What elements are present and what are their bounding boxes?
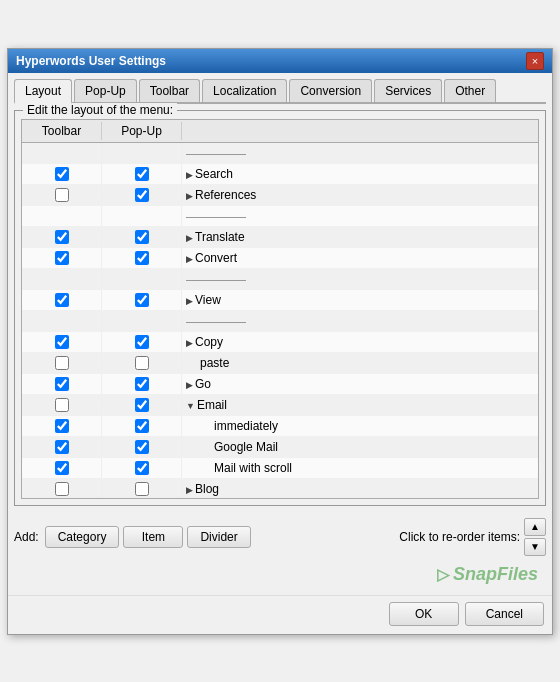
- tab-popup[interactable]: Pop-Up: [74, 79, 137, 102]
- col-header-toolbar: Toolbar: [22, 122, 102, 140]
- tab-toolbar[interactable]: Toolbar: [139, 79, 200, 102]
- popup-checkbox[interactable]: [135, 356, 149, 370]
- table-row: [22, 269, 538, 290]
- window-title: Hyperwords User Settings: [16, 54, 166, 68]
- item-label: [182, 317, 538, 325]
- tab-layout[interactable]: Layout: [14, 79, 72, 104]
- add-divider-button[interactable]: Divider: [187, 526, 250, 548]
- group-label: Edit the layout of the menu:: [23, 103, 177, 117]
- toolbar-checkbox[interactable]: [55, 461, 69, 475]
- item-label: Google Mail: [182, 438, 538, 456]
- item-label: ▶Copy: [182, 333, 538, 351]
- popup-checkbox[interactable]: [135, 335, 149, 349]
- item-label: ▶References: [182, 186, 538, 204]
- toolbar-checkbox[interactable]: [55, 419, 69, 433]
- item-label: ▶Go: [182, 375, 538, 393]
- toolbar-cell: [22, 290, 102, 310]
- arrow-down-icon: ▼: [186, 401, 195, 411]
- toolbar-checkbox[interactable]: [55, 356, 69, 370]
- toolbar-cell: [22, 164, 102, 184]
- toolbar-cell: [22, 185, 102, 205]
- table-row: paste: [22, 353, 538, 374]
- reorder-down-button[interactable]: ▼: [524, 538, 546, 556]
- popup-checkbox[interactable]: [135, 167, 149, 181]
- toolbar-cell: [22, 353, 102, 373]
- toolbar-checkbox[interactable]: [55, 482, 69, 496]
- popup-cell: [102, 164, 182, 184]
- toolbar-checkbox[interactable]: [55, 398, 69, 412]
- table-row: [22, 311, 538, 332]
- popup-cell: [102, 374, 182, 394]
- popup-checkbox[interactable]: [135, 461, 149, 475]
- popup-cell: [102, 311, 182, 331]
- arrow-right-icon: ▶: [186, 338, 193, 348]
- col-header-popup: Pop-Up: [102, 122, 182, 140]
- item-text: Google Mail: [214, 440, 278, 454]
- popup-checkbox[interactable]: [135, 188, 149, 202]
- item-text: Copy: [195, 335, 223, 349]
- toolbar-checkbox[interactable]: [55, 440, 69, 454]
- arrow-right-icon: ▶: [186, 254, 193, 264]
- snapfiles-icon: ▷: [437, 566, 449, 583]
- item-label: ▶Translate: [182, 228, 538, 246]
- popup-checkbox[interactable]: [135, 419, 149, 433]
- close-button[interactable]: ×: [526, 52, 544, 70]
- table-row: ▶Search: [22, 164, 538, 185]
- snapfiles-logo: ▷ SnapFiles: [14, 560, 546, 589]
- popup-checkbox[interactable]: [135, 482, 149, 496]
- reorder-section: Click to re-order items: ▲ ▼: [399, 518, 546, 556]
- reorder-up-button[interactable]: ▲: [524, 518, 546, 536]
- item-label: ▶Convert: [182, 249, 538, 267]
- item-label: [182, 149, 538, 157]
- tab-other[interactable]: Other: [444, 79, 496, 102]
- item-text: Mail with scroll: [214, 461, 292, 475]
- cancel-button[interactable]: Cancel: [465, 602, 544, 626]
- tab-localization[interactable]: Localization: [202, 79, 287, 102]
- table-row: [22, 206, 538, 227]
- popup-cell: [102, 332, 182, 352]
- window-body: Layout Pop-Up Toolbar Localization Conve…: [8, 73, 552, 595]
- toolbar-checkbox[interactable]: [55, 188, 69, 202]
- toolbar-checkbox[interactable]: [55, 167, 69, 181]
- item-text: paste: [200, 356, 229, 370]
- arrow-right-icon: ▶: [186, 191, 193, 201]
- add-item-button[interactable]: Item: [123, 526, 183, 548]
- table-row: ▶Convert: [22, 248, 538, 269]
- toolbar-checkbox[interactable]: [55, 335, 69, 349]
- table-row: ▶Blog: [22, 479, 538, 498]
- popup-checkbox[interactable]: [135, 230, 149, 244]
- item-label: ▶Search: [182, 165, 538, 183]
- ok-cancel-bar: OK Cancel: [8, 595, 552, 634]
- add-category-button[interactable]: Category: [45, 526, 120, 548]
- table-body[interactable]: ▶Search▶References▶Translate▶Convert▶Vie…: [22, 143, 538, 498]
- toolbar-checkbox[interactable]: [55, 293, 69, 307]
- popup-checkbox[interactable]: [135, 377, 149, 391]
- add-section: Add: Category Item Divider: [14, 526, 251, 548]
- popup-cell: [102, 479, 182, 498]
- arrow-right-icon: ▶: [186, 485, 193, 495]
- toolbar-checkbox[interactable]: [55, 377, 69, 391]
- popup-cell: [102, 206, 182, 226]
- table-row: ▶Go: [22, 374, 538, 395]
- arrow-right-icon: ▶: [186, 380, 193, 390]
- main-window: Hyperwords User Settings × Layout Pop-Up…: [7, 48, 553, 635]
- popup-cell: [102, 185, 182, 205]
- divider-line: [186, 322, 246, 323]
- popup-checkbox[interactable]: [135, 251, 149, 265]
- item-label: ▶View: [182, 291, 538, 309]
- item-text: View: [195, 293, 221, 307]
- popup-checkbox[interactable]: [135, 440, 149, 454]
- table-row: immediately: [22, 416, 538, 437]
- toolbar-checkbox[interactable]: [55, 251, 69, 265]
- popup-checkbox[interactable]: [135, 398, 149, 412]
- bottom-section: Add: Category Item Divider Click to re-o…: [14, 514, 546, 560]
- toolbar-checkbox[interactable]: [55, 230, 69, 244]
- item-label: paste: [182, 354, 538, 372]
- toolbar-cell: [22, 437, 102, 457]
- tab-services[interactable]: Services: [374, 79, 442, 102]
- divider-line: [186, 217, 246, 218]
- toolbar-cell: [22, 311, 102, 331]
- popup-checkbox[interactable]: [135, 293, 149, 307]
- tab-conversion[interactable]: Conversion: [289, 79, 372, 102]
- ok-button[interactable]: OK: [389, 602, 459, 626]
